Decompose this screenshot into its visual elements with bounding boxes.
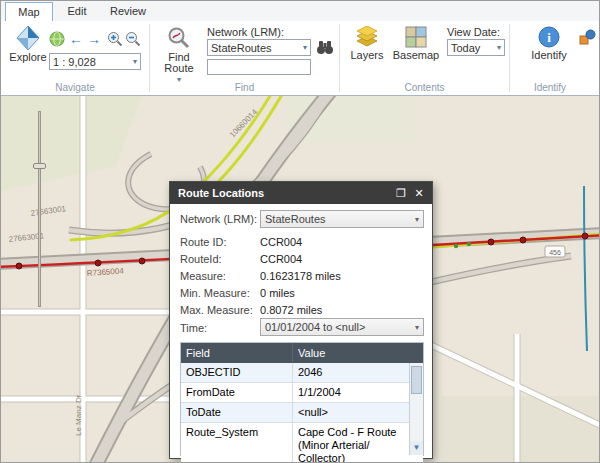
identify-button[interactable]: i Identify [527,26,571,61]
chevron-down-icon: ▾ [133,57,137,66]
find-route-button[interactable]: Find Route ▾ [157,26,201,84]
table-row[interactable]: ToDate <null> [181,403,423,423]
cell-value: Cape Cod - F Route (Minor Arterial/ Coll… [293,423,409,463]
table-row[interactable]: FromDate 1/1/2004 [181,383,423,403]
column-header-value: Value [293,343,409,363]
table-row[interactable]: OBJECTID 2046 [181,363,423,383]
find-route-magnifier-icon [167,26,191,50]
binoculars-icon[interactable] [316,38,334,56]
cell-value: <null> [293,403,409,422]
table-row[interactable]: Route_System Cape Cod - F Route (Minor A… [181,423,423,463]
svg-text:i: i [547,30,551,45]
network-lrm-combo[interactable]: StateRoutes ▾ [207,39,311,56]
cell-value: 2046 [293,363,409,382]
layers-label: Layers [350,50,383,61]
explore-label: Explore [9,52,46,63]
field-value-max-measure: 0.8072 miles [260,304,322,316]
maximize-icon[interactable]: ❐ [394,186,408,200]
field-label-measure: Measure: [180,270,226,282]
field-label-time: Time: [180,322,207,334]
field-label-network: Network (LRM): [180,213,257,225]
cell-field: Route_System [181,423,293,463]
zoom-out-icon[interactable] [125,31,141,47]
network-lrm-value: StateRoutes [211,42,272,54]
route-search-input[interactable] [207,59,311,75]
scrollbar-down-arrow[interactable]: ▼ [410,441,423,455]
group-label-find: Find [150,82,339,94]
globe-icon[interactable] [49,31,65,47]
hem-point-tool-icon[interactable] [579,29,596,46]
network-lrm-label: Network (LRM): [207,26,284,38]
route-locations-dialog: Route Locations ❐ ✕ Network (LRM): State… [169,181,433,459]
network-lrm-selected-value: StateRoutes [265,213,326,225]
time-selected-value: 01/01/2004 to <null> [265,321,365,333]
forward-arrow-button[interactable]: → [87,31,101,47]
close-icon[interactable]: ✕ [412,186,426,200]
back-arrow-button[interactable]: ← [69,31,83,47]
zoom-slider-handle[interactable] [33,163,46,169]
tab-review[interactable]: Review [101,2,155,21]
field-value-route-id: CCR004 [260,236,302,248]
chevron-down-icon: ▾ [303,43,307,52]
tab-map[interactable]: Map [5,2,53,21]
map-zoom-slider[interactable] [33,111,46,307]
network-lrm-select[interactable]: StateRoutes ▾ [260,210,424,228]
zoom-in-icon[interactable] [107,31,123,47]
tab-edit[interactable]: Edit [55,2,99,21]
map-label-street-name: Le Manz Dr [74,394,83,436]
explore-compass-icon [16,26,40,50]
group-label-identify: Identify [510,82,590,94]
field-value-routeid: CCR004 [260,253,302,265]
zoom-slider-track[interactable] [38,111,41,307]
dialog-title: Route Locations [178,187,264,199]
basemap-icon [405,26,427,48]
map-label-shield: 456 [549,249,561,256]
table-scrollbar[interactable]: ▼ [409,363,423,455]
identify-label: Identify [531,50,566,61]
column-header-field: Field [181,343,293,363]
cell-value: 1/1/2004 [293,383,409,402]
chevron-down-icon: ▾ [415,215,419,224]
field-value-measure: 0.1623178 miles [260,270,341,282]
field-label-routeid: RouteId: [180,253,222,265]
view-date-combo[interactable]: Today ▾ [447,39,505,56]
attributes-table: Field Value OBJECTID 2046 FromDate 1/1/2… [180,342,424,456]
field-label-route-id: Route ID: [180,236,226,248]
scale-value: 1 : 9,028 [53,56,96,68]
scale-combo[interactable]: 1 : 9,028 ▾ [49,53,141,70]
scrollbar-thumb[interactable] [411,366,422,394]
chevron-down-icon: ▾ [415,323,419,332]
find-route-label: Find Route [161,52,197,74]
dialog-titlebar[interactable]: Route Locations [170,182,432,204]
cell-field: ToDate [181,403,293,422]
explore-button[interactable]: Explore [9,26,47,63]
application-window: Map Edit Review Explore ← → [0,0,600,463]
chevron-down-icon: ▾ [497,43,501,52]
field-value-min-measure: 0 miles [260,287,295,299]
basemap-button[interactable]: Basemap [391,26,441,61]
identify-info-icon: i [538,26,560,48]
group-label-navigate: Navigate [1,82,149,94]
field-label-max-measure: Max. Measure: [180,304,253,316]
time-select[interactable]: 01/01/2004 to <null> ▾ [260,318,424,336]
field-label-min-measure: Min. Measure: [180,287,250,299]
view-date-label: View Date: [447,26,500,38]
cell-field: OBJECTID [181,363,293,382]
view-date-value: Today [451,42,480,54]
ribbon-tabbar: Map Edit Review [1,1,599,21]
layers-icon [355,26,379,48]
ribbon: Map Edit Review Explore ← → [1,1,599,96]
group-label-contents: Contents [340,82,509,94]
layers-button[interactable]: Layers [347,26,387,61]
table-header-row: Field Value [181,343,423,363]
cell-field: FromDate [181,383,293,402]
basemap-label: Basemap [393,50,439,61]
